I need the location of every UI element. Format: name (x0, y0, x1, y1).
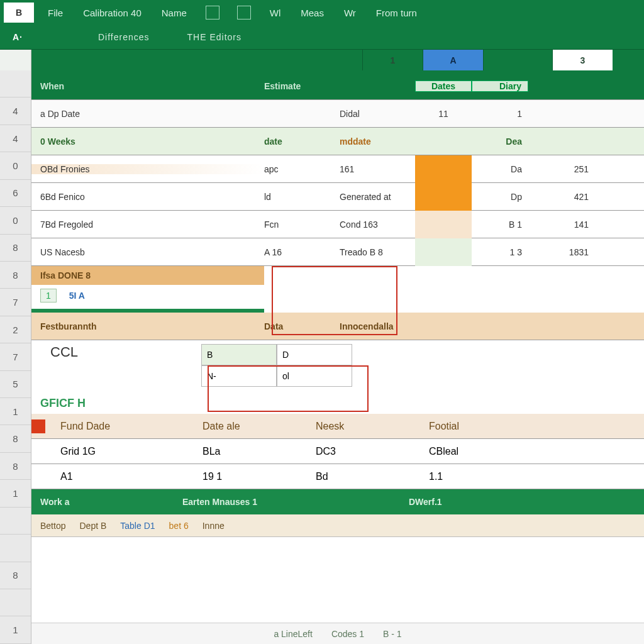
cell[interactable]: 6Bd Fenico (31, 192, 264, 202)
tag-row[interactable]: Bettop Dept B Table D1 bet 6 Innne (31, 514, 644, 537)
row-header[interactable]: 0 (0, 207, 31, 234)
row-header[interactable] (0, 589, 31, 616)
cell[interactable]: 141 (528, 219, 597, 230)
cell[interactable]: Da (472, 164, 528, 174)
cell[interactable]: apc (264, 164, 340, 174)
cell[interactable]: 19 1 (203, 471, 316, 482)
row-header[interactable] (0, 70, 31, 97)
row-header[interactable] (0, 535, 31, 562)
ribbon-box-icon[interactable] (206, 6, 219, 19)
cell[interactable]: Didal (340, 109, 415, 119)
tag[interactable]: Innne (203, 521, 225, 531)
ribbon-box-icon-2[interactable] (237, 6, 251, 19)
cell[interactable]: D (277, 344, 352, 365)
cell[interactable]: mddate (340, 136, 415, 147)
cell[interactable]: US Nacesb (31, 247, 264, 257)
calendar-cell[interactable]: 1 (40, 289, 57, 303)
table-row[interactable]: US Nacesb A 16 Treado B 8 1 3 1831 (31, 238, 644, 266)
cell[interactable]: Dp (472, 192, 528, 202)
highlight-cell[interactable] (415, 155, 472, 183)
cell[interactable]: A1 (52, 471, 203, 482)
col-header-a[interactable]: A (423, 50, 483, 70)
row-header[interactable]: 7 (0, 343, 31, 370)
cell[interactable]: ld (264, 192, 340, 202)
cell[interactable]: CBleal (429, 446, 542, 457)
tag[interactable]: Table D1 (120, 521, 155, 531)
row-header[interactable]: 1 (0, 480, 31, 507)
row-header[interactable]: 2 (0, 316, 31, 343)
ribbon-group-2[interactable]: THE Editors (187, 32, 242, 42)
cell[interactable]: 1 (472, 109, 528, 119)
cell[interactable]: Dea (472, 136, 528, 147)
cell[interactable]: 1.1 (429, 471, 542, 482)
row-header[interactable]: 8 (0, 425, 31, 452)
tab-fromturn[interactable]: From turn (366, 0, 427, 25)
row-header[interactable]: 1 (0, 398, 31, 425)
row-header[interactable]: 5 (0, 371, 31, 398)
ribbon-group-1[interactable]: Differences (98, 32, 150, 42)
table-row[interactable]: 7Bd Fregoled Fcn Cond 163 B 1 141 (31, 211, 644, 238)
cell[interactable]: Grid 1G (52, 446, 203, 457)
cell[interactable]: 0 Weeks (31, 136, 264, 147)
cell[interactable]: B 1 (472, 219, 528, 230)
hdr-dates[interactable]: Dates (415, 80, 472, 92)
row-header[interactable]: 0 (0, 152, 31, 179)
cell-grid[interactable]: When Estimate Dates Diary a Dp Date Dida… (31, 70, 644, 644)
hdr-diary[interactable]: Diary (472, 80, 528, 92)
cell[interactable]: A 16 (264, 247, 340, 257)
table-row[interactable]: A1 19 1 Bd 1.1 (31, 464, 644, 489)
col-header-1[interactable]: 1 (362, 50, 423, 70)
cell[interactable]: 1831 (528, 247, 597, 257)
table-row[interactable]: OBd Fronies apc 161 Da 251 (31, 155, 644, 183)
highlight-cell[interactable] (415, 183, 472, 211)
row-header[interactable]: 1 (0, 616, 31, 643)
cell[interactable]: 251 (528, 164, 597, 174)
cell[interactable]: BLa (203, 446, 316, 457)
table-row[interactable]: 6Bd Fenico ld Generated at Dp 421 (31, 183, 644, 211)
tab-name[interactable]: Name (152, 0, 197, 25)
cell[interactable]: Treado B 8 (340, 247, 415, 257)
cell[interactable]: 1 3 (472, 247, 528, 257)
tab-file[interactable]: File (38, 0, 73, 25)
row-header[interactable]: 7 (0, 289, 31, 316)
cell[interactable]: 421 (528, 192, 597, 202)
tag[interactable]: Bettop (40, 521, 65, 531)
highlight-cell[interactable] (415, 211, 472, 238)
row-header[interactable]: 4 (0, 97, 31, 125)
row-date[interactable]: a Dp Date Didal 11 1 (31, 100, 644, 128)
tab-meas[interactable]: Meas (291, 0, 334, 25)
row-header[interactable]: 4 (0, 125, 31, 152)
cell[interactable]: date (264, 136, 340, 147)
tab-wl[interactable]: Wl (260, 0, 291, 25)
row-header[interactable]: 8 (0, 235, 31, 262)
cell[interactable]: Fcn (264, 219, 340, 230)
cell[interactable]: Generated at (340, 192, 415, 202)
cell[interactable]: Cond 163 (340, 219, 415, 230)
cell[interactable]: 11 (415, 109, 472, 119)
row-weeks[interactable]: 0 Weeks date mddate Dea (31, 128, 644, 155)
name-box[interactable]: B (4, 3, 34, 23)
table-row[interactable]: Grid 1G BLa DC3 CBleal (31, 439, 644, 464)
cell[interactable]: 161 (340, 164, 415, 174)
row-header[interactable]: 8 (0, 562, 31, 589)
tab-calibration[interactable]: Calibration 40 (73, 0, 152, 25)
cell[interactable]: a Dp Date (31, 109, 264, 119)
tab-wr[interactable]: Wr (334, 0, 366, 25)
row-header[interactable]: 8 (0, 262, 31, 289)
col-header-spacer[interactable] (483, 50, 552, 70)
cell[interactable]: Bd (316, 471, 429, 482)
tag[interactable]: Dept B (79, 521, 106, 531)
col-header-3[interactable]: 3 (552, 50, 613, 70)
calendar-cell[interactable]: 5I A (69, 291, 85, 301)
row-header[interactable]: 8 (0, 453, 31, 480)
row-header[interactable] (0, 508, 31, 535)
ccl-label[interactable]: CCL (50, 344, 201, 360)
highlight-cell[interactable] (415, 238, 472, 266)
cell[interactable]: OBd Fronies (31, 164, 264, 174)
cell[interactable]: 7Bd Fregoled (31, 219, 264, 230)
tag[interactable]: bet 6 (169, 521, 189, 531)
cell[interactable]: B (201, 344, 277, 365)
row-header[interactable]: 6 (0, 180, 31, 207)
cell[interactable]: DC3 (316, 446, 429, 457)
select-all-corner[interactable] (0, 50, 31, 70)
